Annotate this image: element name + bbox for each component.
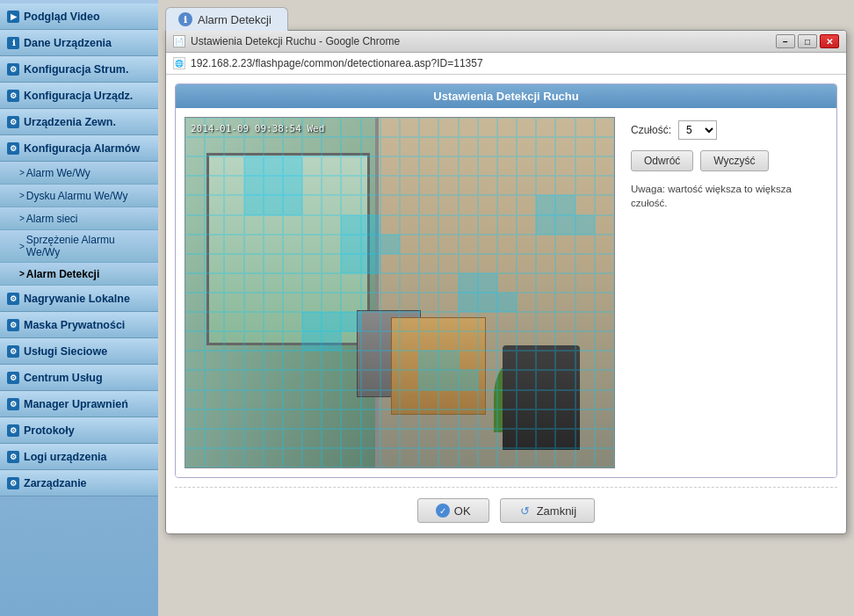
detection-body: 2014-01-09 09:38:54 Wed Czułość: 5 1 2 3… xyxy=(176,108,836,477)
sidebar-item-nagrywanie-lokalne[interactable]: ⚙ Nagrywanie Lokalne xyxy=(0,286,158,312)
kstrum-icon: ⚙ xyxy=(7,63,19,76)
minimize-button[interactable]: − xyxy=(776,34,795,48)
sidebar-item-zarzadzanie[interactable]: ⚙ Zarządzanie xyxy=(0,470,158,496)
tab-icon: ℹ xyxy=(178,12,192,26)
uslugi-icon: ⚙ xyxy=(7,345,19,358)
scene-chair xyxy=(503,345,580,450)
button-row: Odwróć Wyczyść xyxy=(631,150,824,171)
kalarm-icon: ⚙ xyxy=(7,142,19,155)
main-content: ℹ Alarm Detekcji 📄 Ustawienia Detekcji R… xyxy=(158,0,854,616)
maximize-button[interactable]: □ xyxy=(798,34,817,48)
address-bar: 🌐 192.168.2.23/flashpage/common/detectio… xyxy=(166,53,846,75)
dane-icon: ℹ xyxy=(7,37,19,49)
sidebar-sub-sprzezenie-alarmu-we-wy[interactable]: Sprzężenie Alarmu We/Wy xyxy=(0,230,158,263)
controls-panel: Czułość: 5 1 2 3 4 6 7 8 9 10 xyxy=(627,117,828,468)
sidebar-sub-alarm-we-wy[interactable]: Alarm We/Wy xyxy=(0,162,158,185)
sidebar-item-uslugi-sieciowe[interactable]: ⚙ Usługi Sieciowe xyxy=(0,338,158,365)
reset-button[interactable]: Odwróć xyxy=(631,150,693,171)
clear-button[interactable]: Wyczyść xyxy=(700,150,768,171)
check-icon: ✓ xyxy=(436,504,450,518)
uzewn-icon: ⚙ xyxy=(7,116,19,128)
sidebar-item-maska-prywatnosci[interactable]: ⚙ Maska Prywatności xyxy=(0,312,158,338)
sidebar-item-protokoly[interactable]: ⚙ Protokoły xyxy=(0,417,158,444)
centrum-icon: ⚙ xyxy=(7,372,19,384)
camera-timestamp: 2014-01-09 09:38:54 Wed xyxy=(191,123,324,134)
nagrywanie-icon: ⚙ xyxy=(7,293,19,305)
sensitivity-label: Czułość: xyxy=(631,124,671,136)
logi-icon: ⚙ xyxy=(7,451,19,463)
detection-panel: Ustawienia Detekcji Ruchu xyxy=(175,83,837,478)
bottom-buttons: ✓ OK ↺ Zamknij xyxy=(166,488,846,533)
sensitivity-row: Czułość: 5 1 2 3 4 6 7 8 9 10 xyxy=(631,120,824,140)
manager-icon: ⚙ xyxy=(7,398,19,410)
camera-feed: 2014-01-09 09:38:54 Wed xyxy=(185,117,615,468)
sidebar-item-logi-urzadzenia[interactable]: ⚙ Logi urządzenia xyxy=(0,444,158,470)
browser-window: 📄 Ustawienia Detekcji Ruchu - Google Chr… xyxy=(165,30,847,534)
kurzadz-icon: ⚙ xyxy=(7,90,19,102)
sidebar-item-konfiguracja-strum[interactable]: ⚙ Konfiguracja Strum. xyxy=(0,56,158,83)
detection-header: Ustawienia Detekcji Ruchu xyxy=(176,84,836,108)
browser-titlebar: 📄 Ustawienia Detekcji Ruchu - Google Chr… xyxy=(166,31,846,53)
browser-title-left: 📄 Ustawienia Detekcji Ruchu - Google Chr… xyxy=(173,35,400,47)
zarzadzanie-icon: ⚙ xyxy=(7,477,19,489)
scene-window xyxy=(206,153,369,345)
sidebar-sub-alarm-sieci[interactable]: Alarm sieci xyxy=(0,207,158,230)
maska-icon: ⚙ xyxy=(7,319,19,331)
camera-scene xyxy=(185,118,614,467)
podglad-icon: ▶ xyxy=(7,11,19,23)
sidebar-item-manager-uprawnien[interactable]: ⚙ Manager Uprawnień xyxy=(0,391,158,417)
close-button[interactable]: ✕ xyxy=(820,34,839,48)
note-text: Uwaga: wartość większa to większa czułoś… xyxy=(631,182,824,210)
browser-controls: − □ ✕ xyxy=(776,34,839,48)
ok-button[interactable]: ✓ OK xyxy=(417,498,489,523)
sidebar-sub-dysku-alarmu-we-wy[interactable]: Dysku Alarmu We/Wy xyxy=(0,185,158,207)
scene-boxes xyxy=(391,317,485,415)
sidebar-item-urzadzenia-zewn[interactable]: ⚙ Urządzenia Zewn. xyxy=(0,109,158,135)
sidebar-item-centrum-uslug[interactable]: ⚙ Centrum Usług xyxy=(0,365,158,391)
address-text[interactable]: 192.168.2.23/flashpage/common/detectiona… xyxy=(191,57,483,69)
protokoly-icon: ⚙ xyxy=(7,424,19,437)
tab-bar: ℹ Alarm Detekcji xyxy=(165,7,847,31)
sidebar-item-konfiguracja-urzadz[interactable]: ⚙ Konfiguracja Urządz. xyxy=(0,83,158,109)
sidebar-item-podglad-video[interactable]: ▶ Podgląd Video xyxy=(0,4,158,30)
browser-page-icon: 📄 xyxy=(173,35,185,47)
close-dialog-button[interactable]: ↺ Zamknij xyxy=(500,498,596,523)
browser-title: Ustawienia Detekcji Ruchu - Google Chrom… xyxy=(191,35,400,47)
sidebar-item-konfiguracja-alarmow[interactable]: ⚙ Konfiguracja Alarmów xyxy=(0,135,158,162)
address-icon: 🌐 xyxy=(173,57,185,69)
sidebar-sub-alarm-detekcji[interactable]: Alarm Detekcji xyxy=(0,263,158,286)
refresh-icon: ↺ xyxy=(518,504,532,518)
tab-alarm-detekcji[interactable]: ℹ Alarm Detekcji xyxy=(165,7,288,31)
sidebar-item-dane-urzadzenia[interactable]: ℹ Dane Urządzenia xyxy=(0,30,158,56)
sidebar: ▶ Podgląd Video ℹ Dane Urządzenia ⚙ Konf… xyxy=(0,0,158,616)
sensitivity-select[interactable]: 5 1 2 3 4 6 7 8 9 10 xyxy=(678,120,717,140)
